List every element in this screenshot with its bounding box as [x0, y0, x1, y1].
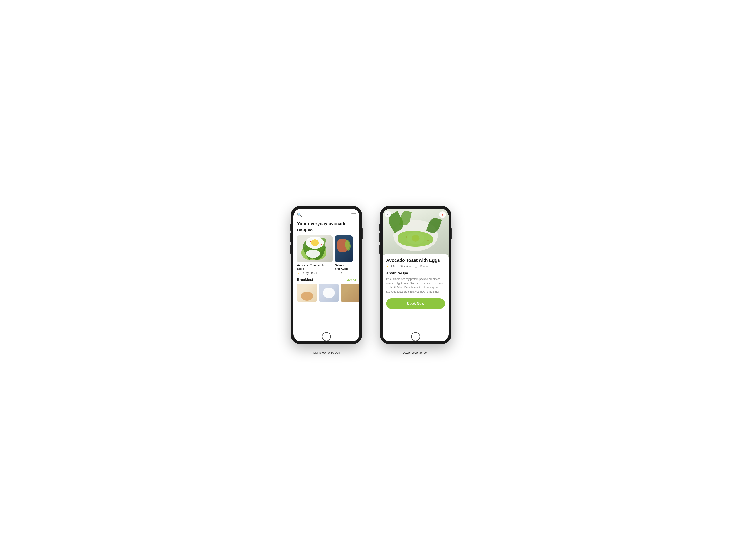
menu-icon[interactable]: [352, 213, 356, 216]
home-button-2[interactable]: [411, 332, 420, 341]
detail-reviews: 90 reviews: [400, 265, 413, 268]
recipe-card-2-image: [335, 235, 353, 262]
home-button-1[interactable]: [322, 332, 331, 341]
home-phone-label: Main / Home Screen: [313, 351, 340, 354]
breakfast-card-3[interactable]: [341, 284, 359, 302]
home-phone-screen: 🔍 Your everyday avocado recipes: [294, 209, 359, 341]
red-dot-1: [310, 241, 311, 242]
breakfast-image-3: [341, 284, 359, 302]
clock-icon-1: [306, 272, 309, 275]
breakfast-card-2[interactable]: [319, 284, 339, 302]
star-icon-2: ★: [335, 272, 337, 275]
back-button[interactable]: «: [385, 211, 390, 217]
home-phone: 🔍 Your everyday avocado recipes: [291, 206, 362, 344]
detail-phone-left-buttons: [379, 224, 380, 254]
detail-egg-white: [407, 232, 424, 244]
egg-yolk: [311, 239, 319, 246]
detail-content: Avocado Toast with Eggs ★ 4.8 | 90 revie…: [383, 254, 448, 313]
recipe-card-1-meta: ★ 4.8 15 min: [297, 272, 333, 275]
favorite-button[interactable]: ♥: [439, 211, 446, 218]
detail-leaf-2: [426, 216, 442, 234]
detail-clock-icon: [415, 265, 417, 268]
breakfast-card-1[interactable]: [297, 284, 317, 302]
star-icon-1: ★: [297, 272, 299, 275]
recipe-card-2-title: Salmonand Avoc: [335, 264, 353, 271]
detail-screen-content: « ♥ Avocado Toast with Eggs ★ 4.8 | 90 r…: [383, 209, 448, 341]
avocado-toast-image: [297, 235, 333, 262]
detail-phone-screen: « ♥ Avocado Toast with Eggs ★ 4.8 | 90 r…: [383, 209, 448, 341]
detail-title: Avocado Toast with Eggs: [386, 258, 445, 263]
breakfast-grid: [297, 284, 356, 302]
home-title: Your everyday avocado recipes: [297, 221, 356, 232]
breakfast-image-1: [297, 284, 317, 302]
detail-red-dot-2: [427, 240, 429, 241]
page-wrapper: 🔍 Your everyday avocado recipes: [291, 206, 451, 354]
featured-scroll: Avocado Toast withEggs ★ 4.8 15 min: [297, 235, 356, 275]
detail-hero-image: [383, 209, 448, 258]
detail-hero: « ♥: [383, 209, 448, 258]
detail-rating: 4.8: [391, 265, 394, 268]
detail-red-dot-1: [406, 236, 407, 238]
search-icon[interactable]: 🔍: [297, 212, 302, 217]
red-dot-2: [321, 244, 322, 245]
about-recipe-text: It's a simple healthy protein-packed bre…: [386, 277, 445, 294]
detail-egg-yolk: [412, 235, 420, 242]
detail-time: 15 min: [420, 265, 428, 268]
recipe-card-2[interactable]: Salmonand Avoc ★ 4.5: [335, 235, 353, 275]
detail-meta-divider: |: [397, 265, 398, 268]
detail-screen: « ♥ Avocado Toast with Eggs ★ 4.8 | 90 r…: [383, 209, 448, 341]
recipe-card-1-rating: 4.8: [301, 272, 304, 275]
breakfast-section-title: Breakfast: [297, 278, 313, 282]
home-screen-content: 🔍 Your everyday avocado recipes: [294, 209, 359, 341]
view-all-button[interactable]: View All: [347, 278, 356, 281]
recipe-card-2-meta: ★ 4.5: [335, 272, 353, 275]
recipe-card-1-time: 15 min: [311, 272, 318, 275]
detail-phone-label: Lower Level Screen: [403, 351, 428, 354]
recipe-card-1[interactable]: Avocado Toast withEggs ★ 4.8 15 min: [297, 235, 333, 275]
phone-left-buttons: [290, 224, 291, 254]
detail-star-icon: ★: [386, 265, 388, 268]
home-header: 🔍: [297, 212, 356, 217]
recipe-card-1-title: Avocado Toast withEggs: [297, 264, 333, 271]
breakfast-section-header: Breakfast View All: [297, 278, 356, 282]
detail-phone: « ♥ Avocado Toast with Eggs ★ 4.8 | 90 r…: [380, 206, 451, 344]
detail-leaf-3: [399, 210, 412, 226]
about-recipe-title: About recipe: [386, 271, 445, 275]
home-phone-container: 🔍 Your everyday avocado recipes: [291, 206, 362, 354]
salmon-image: [335, 235, 353, 262]
recipe-card-2-rating: 4.5: [339, 272, 342, 275]
detail-meta: ★ 4.8 | 90 reviews 15 min: [386, 265, 445, 268]
detail-phone-container: « ♥ Avocado Toast with Eggs ★ 4.8 | 90 r…: [380, 206, 451, 354]
breakfast-image-2: [319, 284, 339, 302]
cook-now-button[interactable]: Cook Now: [386, 298, 445, 309]
recipe-card-1-image: [297, 235, 333, 262]
home-screen: 🔍 Your everyday avocado recipes: [294, 209, 359, 341]
